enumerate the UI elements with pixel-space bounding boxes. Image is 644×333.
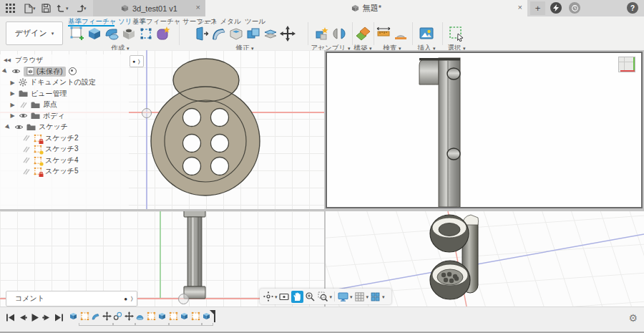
timeline-feature-pattern[interactable] bbox=[113, 312, 122, 321]
visibility-eye-icon[interactable] bbox=[14, 124, 24, 130]
visibility-off-icon[interactable] bbox=[21, 135, 31, 141]
visibility-eye-icon[interactable] bbox=[19, 112, 28, 119]
workspace-selector[interactable]: デザイン ▾ bbox=[6, 21, 63, 45]
document-tab-2-active[interactable]: 無題* × bbox=[205, 0, 527, 16]
browser-root-row[interactable]: ▶ (未保存) bbox=[0, 66, 129, 77]
shell-icon[interactable] bbox=[228, 26, 244, 42]
file-menu-caret-icon[interactable]: ▾ bbox=[33, 6, 36, 11]
timeline-feature-sketch[interactable] bbox=[169, 312, 178, 321]
grid-settings-caret-icon[interactable]: ▾ bbox=[366, 294, 369, 299]
timeline-feature-sketch[interactable] bbox=[147, 312, 156, 321]
origin-marker[interactable] bbox=[178, 294, 189, 304]
revolve-icon[interactable] bbox=[104, 26, 119, 42]
app-grid-icon[interactable] bbox=[4, 2, 16, 14]
undo-caret-icon[interactable]: ▾ bbox=[66, 6, 69, 11]
view-cube[interactable] bbox=[618, 57, 635, 72]
pan-icon[interactable] bbox=[291, 291, 303, 303]
help-icon[interactable]: ? bbox=[627, 2, 638, 14]
display-settings-icon[interactable] bbox=[337, 291, 349, 303]
orbit-icon[interactable] bbox=[262, 291, 274, 303]
expand-icon[interactable]: ▶ bbox=[1, 67, 10, 76]
section-analysis-icon[interactable] bbox=[393, 26, 409, 42]
expand-icon[interactable]: ▶ bbox=[9, 112, 16, 119]
select-icon[interactable] bbox=[449, 26, 464, 42]
browser-row-sketch5[interactable]: スケッチ5 bbox=[0, 166, 129, 178]
viewport-layout-icon[interactable] bbox=[369, 291, 381, 303]
sketch-dimension-icon[interactable] bbox=[138, 26, 154, 42]
visibility-off-icon[interactable] bbox=[19, 102, 28, 108]
fillet-icon[interactable] bbox=[211, 26, 227, 42]
expand-icon[interactable]: ▶ bbox=[4, 122, 13, 132]
document-tab-1[interactable]: 3d_test01 v1 × bbox=[93, 0, 205, 16]
root-document[interactable]: (未保存) bbox=[24, 67, 66, 77]
visibility-off-icon[interactable] bbox=[21, 157, 31, 163]
combine-icon[interactable] bbox=[245, 26, 261, 42]
notifications-clock-icon[interactable] bbox=[569, 2, 580, 14]
browser-row-origin[interactable]: ▶ 原点 bbox=[0, 100, 129, 111]
timeline-feature-extrude[interactable] bbox=[157, 312, 167, 321]
viewport-active[interactable] bbox=[326, 52, 643, 208]
timeline-feature-extrude[interactable] bbox=[69, 312, 78, 321]
browser-row-docsettings[interactable]: ▶ ドキュメントの設定 bbox=[0, 77, 129, 89]
timeline-feature-fillet[interactable] bbox=[91, 312, 100, 321]
split-body-icon[interactable] bbox=[263, 26, 278, 42]
expand-icon[interactable]: ▶ bbox=[9, 79, 16, 86]
construction-plane-icon[interactable] bbox=[355, 26, 371, 42]
job-status-icon[interactable] bbox=[550, 2, 562, 14]
timeline-step-back-icon[interactable] bbox=[18, 313, 27, 322]
look-at-icon[interactable] bbox=[278, 291, 291, 303]
activate-radio-icon[interactable] bbox=[69, 67, 77, 75]
timeline-position-marker[interactable] bbox=[214, 310, 215, 322]
timeline-step-forward-icon[interactable] bbox=[42, 313, 52, 322]
timeline-go-start-icon[interactable] bbox=[6, 313, 15, 322]
new-component-icon[interactable] bbox=[314, 26, 330, 42]
comment-bar[interactable]: コメント ● ❭ bbox=[6, 291, 137, 307]
timeline-feature-move[interactable] bbox=[125, 312, 134, 321]
visibility-off-icon[interactable] bbox=[21, 168, 31, 175]
timeline-feature-sketch[interactable] bbox=[191, 312, 200, 321]
create-form-icon[interactable] bbox=[155, 26, 171, 42]
browser-row-sketch3[interactable]: スケッチ3 bbox=[0, 144, 129, 155]
expand-icon[interactable]: ▶ bbox=[9, 90, 16, 97]
viewport-layout-caret-icon[interactable]: ▾ bbox=[382, 294, 385, 299]
measure-icon[interactable] bbox=[376, 26, 391, 42]
viewport-front[interactable]: ◀◀ ブラウザ ▶ (未保存) ▶ ドキュメントの設定 bbox=[0, 50, 324, 209]
browser-row-sketch4[interactable]: スケッチ4 bbox=[0, 155, 129, 166]
timeline-feature-extrude[interactable] bbox=[180, 312, 189, 321]
joint-icon[interactable] bbox=[331, 26, 347, 42]
timeline-feature-sketch[interactable] bbox=[80, 312, 89, 321]
hole-icon[interactable] bbox=[121, 26, 137, 42]
visibility-eye-icon[interactable] bbox=[11, 68, 21, 74]
timeline-play-icon[interactable] bbox=[30, 313, 39, 322]
zoom-icon[interactable] bbox=[304, 291, 316, 303]
browser-resize-handle[interactable]: ● ❭ bbox=[130, 55, 144, 67]
expand-icon[interactable]: ▶ bbox=[9, 102, 16, 108]
timeline-feature-move[interactable] bbox=[102, 312, 112, 321]
origin-marker[interactable] bbox=[142, 108, 152, 118]
grid-settings-icon[interactable] bbox=[353, 291, 366, 303]
browser-row-sketches[interactable]: ▶ スケッチ bbox=[0, 122, 129, 133]
model-column-view[interactable] bbox=[327, 53, 641, 207]
save-icon[interactable] bbox=[40, 2, 52, 14]
collapse-icon[interactable]: ◀◀ bbox=[4, 57, 11, 63]
extrude-icon[interactable] bbox=[87, 26, 102, 42]
move-copy-icon[interactable] bbox=[280, 26, 296, 42]
browser-row-bodies[interactable]: ▶ ボディ bbox=[0, 110, 129, 122]
insert-canvas-icon[interactable] bbox=[419, 26, 434, 42]
zoom-window-caret-icon[interactable]: ▾ bbox=[330, 294, 333, 299]
display-settings-caret-icon[interactable]: ▾ bbox=[350, 294, 353, 299]
create-sketch-icon[interactable] bbox=[69, 26, 85, 42]
browser-row-sketch2[interactable]: スケッチ2 bbox=[0, 132, 129, 144]
redo-caret-icon[interactable]: ▾ bbox=[84, 6, 87, 11]
tab-close-icon[interactable]: × bbox=[518, 3, 522, 11]
comment-expand-icon[interactable]: ❭ bbox=[130, 296, 134, 301]
zoom-window-icon[interactable] bbox=[317, 291, 329, 303]
orbit-caret-icon[interactable]: ▾ bbox=[275, 294, 278, 299]
new-tab-button[interactable]: + bbox=[530, 1, 545, 15]
press-pull-icon[interactable] bbox=[194, 26, 210, 42]
browser-row-views[interactable]: ▶ ビュー管理 bbox=[0, 88, 129, 100]
visibility-off-icon[interactable] bbox=[21, 146, 31, 153]
tab-close-icon[interactable]: × bbox=[196, 3, 200, 11]
timeline-go-end-icon[interactable] bbox=[54, 313, 64, 322]
timeline-gear-icon[interactable]: ⚙ bbox=[628, 313, 638, 323]
